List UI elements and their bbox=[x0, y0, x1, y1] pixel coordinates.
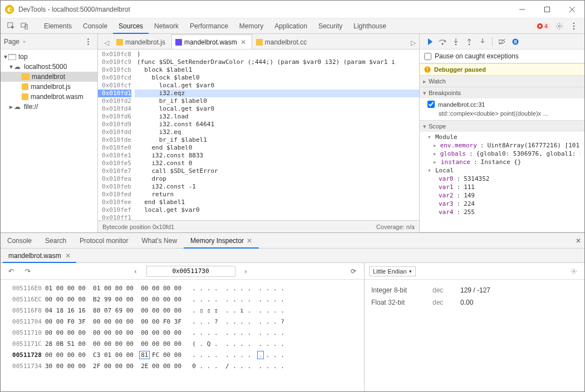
nav-back-icon[interactable]: ◁ bbox=[100, 37, 112, 49]
gutter[interactable]: 0x010fc80x010fc90x010fcb0x010fcd0x010fcf… bbox=[98, 49, 135, 220]
step-into-icon[interactable] bbox=[450, 36, 462, 48]
next-page-icon[interactable]: › bbox=[240, 265, 252, 277]
tab-elements[interactable]: Elements bbox=[38, 18, 77, 34]
svg-rect-18 bbox=[516, 40, 517, 43]
maximize-button[interactable] bbox=[534, 1, 559, 18]
debugger-toolbar bbox=[420, 34, 584, 49]
close-icon[interactable]: ✕ bbox=[65, 252, 71, 260]
svg-point-6 bbox=[573, 22, 575, 24]
svg-point-7 bbox=[573, 25, 575, 27]
step-out-icon[interactable] bbox=[463, 36, 475, 48]
tree-row-host[interactable]: ▾☁localhost:5000 bbox=[1, 62, 97, 72]
scope-local-row[interactable]: var3: 224 bbox=[427, 200, 580, 208]
titlebar: ◐ DevTools - localhost:5000/mandelbrot bbox=[1, 1, 584, 18]
tab-performance[interactable]: Performance bbox=[184, 18, 234, 34]
close-button[interactable] bbox=[559, 1, 584, 18]
scope-module-row[interactable]: ▸globals: {global0: 5306976, global1: 65… bbox=[427, 150, 580, 158]
scope-pane-header[interactable]: ▾Scope bbox=[420, 121, 584, 132]
tab-sources[interactable]: Sources bbox=[113, 18, 149, 34]
hex-row[interactable]: 0051170400 00 F0 3F 00 00 00 00 00 00 F0… bbox=[5, 316, 360, 328]
drawer-tab[interactable]: What's New bbox=[135, 233, 184, 249]
hex-row[interactable]: 005116F804 18 16 16 80 07 69 00 00 00 00… bbox=[5, 305, 360, 316]
chevron-right-icon[interactable]: » bbox=[23, 39, 26, 44]
step-icon[interactable] bbox=[476, 36, 489, 48]
hex-row[interactable]: 0051171C28 0B 51 00 00 00 00 00 00 00 00… bbox=[5, 339, 360, 350]
drawer-tab[interactable]: Search bbox=[38, 233, 73, 249]
error-count-badge[interactable]: 4 bbox=[534, 23, 551, 29]
tree-file[interactable]: mandelbrot bbox=[1, 72, 97, 82]
file-icon bbox=[22, 93, 28, 100]
endian-select[interactable]: Little Endian ▾ bbox=[369, 266, 416, 276]
tab-security[interactable]: Security bbox=[313, 18, 348, 34]
tab-application[interactable]: Application bbox=[269, 18, 313, 34]
code-area[interactable]: )(func $SDL_SetRenderDrawColor (;444;) (… bbox=[135, 49, 419, 220]
memory-address-input[interactable] bbox=[146, 266, 235, 277]
scope-local-row[interactable]: var4: 255 bbox=[427, 208, 580, 216]
file-tree[interactable]: ▾top ▾☁localhost:5000 mandelbrot mandelb… bbox=[1, 49, 97, 232]
settings-icon[interactable] bbox=[553, 20, 566, 32]
breakpoints-pane-header[interactable]: ▾Breakpoints bbox=[420, 87, 584, 98]
hex-view[interactable]: 005116E001 00 00 00 01 00 00 00 00 00 00… bbox=[1, 280, 364, 391]
pause-on-exceptions-icon[interactable] bbox=[509, 36, 522, 48]
close-icon[interactable]: ✕ bbox=[240, 38, 246, 46]
svg-point-15 bbox=[469, 43, 470, 44]
watch-pane-header[interactable]: ▸Watch bbox=[420, 76, 584, 87]
svg-rect-21 bbox=[427, 71, 427, 71]
window-title: DevTools - localhost:5000/mandelbrot bbox=[18, 6, 130, 13]
hex-row[interactable]: 005116E001 00 00 00 01 00 00 00 00 00 00… bbox=[5, 283, 360, 294]
device-toggle-icon[interactable] bbox=[18, 20, 31, 32]
tab-memory[interactable]: Memory bbox=[234, 18, 269, 34]
scope-local-row[interactable]: var0: 5314352 bbox=[427, 175, 580, 183]
navigator-more-icon[interactable] bbox=[82, 36, 94, 48]
tree-file[interactable]: mandelbrot.js bbox=[1, 82, 97, 92]
drawer-tab[interactable]: Console bbox=[1, 233, 38, 249]
scope-module-row[interactable]: ▸env.memory: Uint8Array(16777216) [101, … bbox=[427, 141, 580, 150]
more-icon[interactable] bbox=[568, 20, 580, 32]
scope-local-header[interactable]: ▾Local bbox=[427, 166, 580, 175]
scope-module-header[interactable]: ▾Module bbox=[427, 133, 580, 141]
refresh-icon[interactable]: ⟳ bbox=[347, 265, 360, 277]
undo-icon[interactable]: ↶ bbox=[5, 265, 17, 277]
prev-page-icon[interactable]: ‹ bbox=[130, 265, 142, 277]
tab-lighthouse[interactable]: Lighthouse bbox=[348, 18, 392, 34]
drawer-close-icon[interactable]: ✕ bbox=[572, 235, 584, 247]
file-icon bbox=[22, 83, 28, 90]
memory-value-row: Integer 8-bitdec129 / -127 bbox=[371, 284, 578, 296]
hex-row[interactable]: 005116EC00 00 00 00 B2 99 00 00 00 00 00… bbox=[5, 294, 360, 305]
tree-file[interactable]: mandelbrot.wasm bbox=[1, 92, 97, 102]
hex-row[interactable]: 0051172800 00 00 00 C3 01 00 00 81 FC 00… bbox=[5, 350, 360, 361]
minimize-button[interactable] bbox=[509, 1, 534, 18]
step-over-icon[interactable] bbox=[436, 36, 449, 48]
resume-icon[interactable] bbox=[423, 36, 435, 48]
drawer-tab[interactable]: Protocol monitor bbox=[73, 233, 135, 249]
editor-tab[interactable]: mandelbrot.cc bbox=[252, 34, 313, 49]
tree-row-top[interactable]: ▾top bbox=[1, 52, 97, 62]
redo-icon[interactable]: ↷ bbox=[22, 265, 34, 277]
hex-row[interactable]: 0051171000 00 00 00 00 00 00 00 00 00 00… bbox=[5, 328, 360, 339]
inspect-element-icon[interactable] bbox=[5, 20, 17, 32]
scope-module-row[interactable]: ▸instance: Instance {} bbox=[427, 158, 580, 166]
value-settings-icon[interactable] bbox=[568, 265, 580, 277]
close-icon[interactable]: ✕ bbox=[247, 237, 252, 245]
navigator-title: Page bbox=[4, 38, 19, 46]
tab-network[interactable]: Network bbox=[149, 18, 184, 34]
pause-caught-exceptions-checkbox[interactable]: Pause on caught exceptions bbox=[424, 52, 580, 60]
tab-console[interactable]: Console bbox=[77, 18, 113, 34]
svg-point-11 bbox=[87, 43, 89, 44]
drawer-tab[interactable]: Memory Inspector ✕ bbox=[184, 233, 259, 249]
scope-local-row[interactable]: var1: 111 bbox=[427, 183, 580, 191]
deactivate-breakpoints-icon[interactable] bbox=[496, 36, 508, 48]
svg-point-14 bbox=[455, 43, 456, 44]
svg-rect-17 bbox=[514, 40, 515, 43]
breakpoint-row[interactable]: mandelbrot.cc:31 bbox=[427, 100, 580, 109]
svg-rect-0 bbox=[544, 7, 549, 12]
hex-row[interactable]: 0051173430 00 00 00 2F 00 00 00 2E 00 00… bbox=[5, 361, 360, 372]
status-bytecode-pos: Bytecode position 0x10fd1 bbox=[102, 224, 174, 230]
scope-local-row[interactable]: var2: 149 bbox=[427, 191, 580, 200]
tree-row-file-scheme[interactable]: ▸☁file:// bbox=[1, 102, 97, 112]
nav-forward-icon[interactable]: ▷ bbox=[407, 37, 419, 49]
editor-tab[interactable]: mandelbrot.js bbox=[112, 34, 171, 49]
editor-tab[interactable]: mandelbrot.wasm ✕ bbox=[171, 34, 252, 49]
drawer-subtab[interactable]: mandelbrot.wasm ✕ bbox=[3, 249, 76, 263]
svg-rect-12 bbox=[8, 54, 16, 60]
